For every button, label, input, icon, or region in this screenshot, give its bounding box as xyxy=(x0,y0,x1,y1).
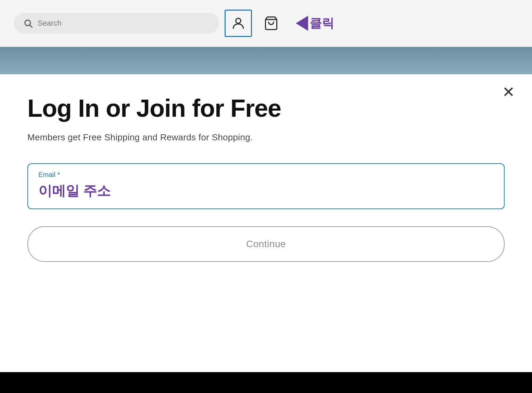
background-strip xyxy=(0,47,532,74)
continue-button[interactable]: Continue xyxy=(27,226,505,262)
svg-line-1 xyxy=(30,25,32,27)
search-bar[interactable] xyxy=(14,13,219,34)
account-icon xyxy=(231,16,246,31)
search-input[interactable] xyxy=(38,19,210,28)
email-label: Email * xyxy=(38,171,494,179)
arrow-left-icon xyxy=(296,16,308,31)
search-icon xyxy=(23,18,33,28)
account-button[interactable] xyxy=(225,10,252,37)
modal-title: Log In or Join for Free xyxy=(27,95,505,122)
email-value: 이메일 주소 xyxy=(38,181,494,200)
svg-point-2 xyxy=(236,18,241,23)
modal-subtitle: Members get Free Shipping and Rewards fo… xyxy=(27,132,505,143)
email-field-container[interactable]: Email * 이메일 주소 xyxy=(27,163,505,209)
bag-button[interactable] xyxy=(257,10,285,37)
click-label-text: 클릭 xyxy=(309,15,334,32)
modal-overlay: ✕ Log In or Join for Free Members get Fr… xyxy=(0,74,532,372)
click-annotation: 클릭 xyxy=(296,15,334,32)
bag-icon xyxy=(264,16,279,31)
close-button[interactable]: ✕ xyxy=(502,85,515,100)
top-bar: 클릭 xyxy=(0,0,532,47)
